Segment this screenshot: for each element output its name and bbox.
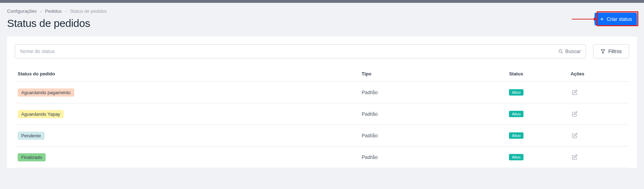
cell-status-name: Aguardando pagamento bbox=[15, 82, 359, 103]
cell-acoes bbox=[568, 103, 629, 125]
edit-icon bbox=[572, 133, 578, 138]
filters-button-label: Filtros bbox=[608, 48, 622, 54]
cell-tipo: Padrão bbox=[359, 125, 506, 147]
status-tag: Finalizado bbox=[18, 153, 46, 161]
active-badge: Ativo bbox=[509, 154, 523, 160]
filter-icon bbox=[601, 49, 605, 54]
svg-marker-6 bbox=[601, 50, 605, 53]
table-row: Aguardando pagamentoPadrãoAtivo bbox=[15, 82, 629, 103]
page-title: Status de pedidos bbox=[7, 17, 637, 29]
col-header-tipo: Tipo bbox=[359, 66, 506, 82]
plus-icon bbox=[599, 17, 604, 22]
table-row: Aguardando YapayPadrãoAtivo bbox=[15, 103, 629, 125]
create-status-button[interactable]: Criar status bbox=[595, 13, 637, 25]
col-header-status: Status bbox=[506, 66, 568, 82]
cell-acoes bbox=[568, 147, 629, 168]
svg-point-4 bbox=[559, 50, 562, 52]
chevron-right-icon: › bbox=[40, 9, 42, 13]
edit-icon bbox=[572, 154, 578, 160]
status-tag: Aguardando pagamento bbox=[18, 88, 74, 97]
breadcrumb-item-pedidos[interactable]: Pedidos bbox=[45, 8, 62, 14]
cell-status: Ativo bbox=[506, 147, 568, 168]
cell-status-name: Pendente bbox=[15, 125, 359, 147]
page-header: Configurações › Pedidos › Status de pedi… bbox=[0, 3, 644, 36]
svg-line-5 bbox=[562, 52, 563, 53]
edit-icon bbox=[572, 90, 578, 95]
table-row: FinalizadoPadrãoAtivo bbox=[15, 147, 629, 168]
search-button[interactable]: Buscar bbox=[553, 45, 586, 58]
status-table: Status do pedido Tipo Status Ações Aguar… bbox=[15, 66, 629, 168]
cell-status-name: Finalizado bbox=[15, 147, 359, 168]
col-header-acoes: Ações bbox=[568, 66, 629, 82]
chevron-right-icon: › bbox=[65, 9, 66, 13]
cell-tipo: Padrão bbox=[359, 103, 506, 125]
create-status-label: Criar status bbox=[607, 16, 632, 22]
edit-button[interactable] bbox=[570, 153, 579, 161]
search-input[interactable] bbox=[15, 48, 553, 54]
active-badge: Ativo bbox=[509, 111, 523, 117]
edit-icon bbox=[572, 111, 578, 117]
breadcrumb: Configurações › Pedidos › Status de pedi… bbox=[7, 8, 637, 14]
edit-button[interactable] bbox=[570, 110, 579, 118]
filter-row: Buscar Filtros bbox=[7, 44, 637, 66]
cell-tipo: Padrão bbox=[359, 147, 506, 168]
cell-acoes bbox=[568, 125, 629, 147]
breadcrumb-item-current: Status de pedidos bbox=[70, 8, 107, 14]
active-badge: Ativo bbox=[509, 132, 523, 139]
status-tag: Pendente bbox=[18, 132, 45, 140]
filters-button[interactable]: Filtros bbox=[593, 44, 629, 58]
window-topbar bbox=[0, 0, 644, 3]
status-tag: Aguardando Yapay bbox=[18, 110, 64, 118]
active-badge: Ativo bbox=[509, 89, 523, 96]
content-card: Buscar Filtros Status do pedido Tipo Sta… bbox=[7, 36, 637, 168]
search-field-wrap: Buscar bbox=[15, 44, 586, 58]
cell-tipo: Padrão bbox=[359, 82, 506, 103]
search-icon bbox=[558, 49, 563, 54]
edit-button[interactable] bbox=[570, 131, 579, 140]
cell-status: Ativo bbox=[506, 103, 568, 125]
cell-status: Ativo bbox=[506, 82, 568, 103]
table-row: PendentePadrãoAtivo bbox=[15, 125, 629, 147]
cell-status: Ativo bbox=[506, 125, 568, 147]
col-header-status-name: Status do pedido bbox=[15, 66, 359, 82]
status-table-wrap: Status do pedido Tipo Status Ações Aguar… bbox=[7, 66, 637, 168]
breadcrumb-item-configuracoes[interactable]: Configurações bbox=[7, 8, 37, 14]
search-button-label: Buscar bbox=[565, 48, 581, 54]
edit-button[interactable] bbox=[570, 88, 579, 97]
cell-status-name: Aguardando Yapay bbox=[15, 103, 359, 125]
cell-acoes bbox=[568, 82, 629, 103]
